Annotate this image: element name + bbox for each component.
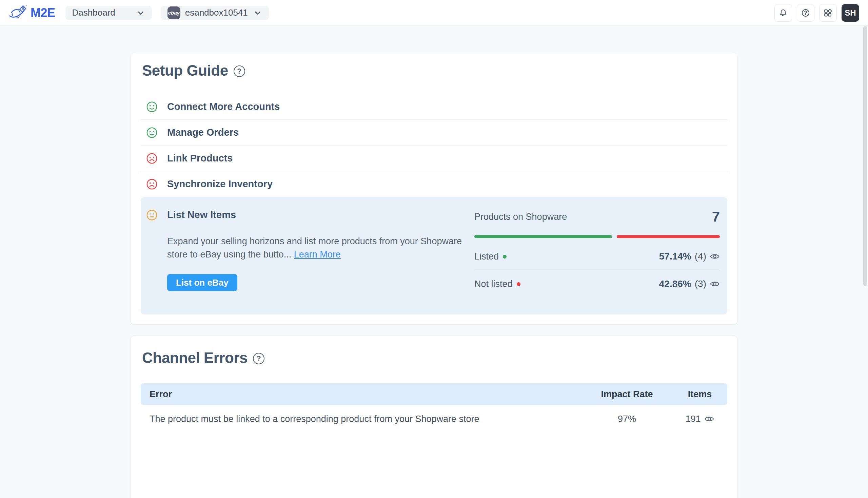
help-circle-icon[interactable]: ? xyxy=(253,353,265,364)
stats-rows: Listed 57.14% (4) xyxy=(475,243,720,298)
channel-errors-card: Channel Errors ? Error Impact Rate Items… xyxy=(130,336,738,498)
chevron-down-icon xyxy=(136,9,145,17)
account-dropdown[interactable]: ebay esandbox10541 xyxy=(161,6,269,20)
neutral-face-icon xyxy=(146,209,158,221)
eye-icon[interactable] xyxy=(704,415,715,423)
not-listed-percent: 42.86% xyxy=(659,278,691,289)
nav-dropdown-value: Dashboard xyxy=(72,8,115,18)
eye-icon[interactable] xyxy=(710,252,720,261)
active-step-title: List New Items xyxy=(167,209,472,221)
sad-face-icon xyxy=(146,179,158,190)
help-circle-icon xyxy=(801,8,810,18)
active-step-main: List New Items Expand your selling horiz… xyxy=(146,208,451,298)
stats-header: Products on Shopware 7 xyxy=(475,209,720,225)
error-column-header: Error xyxy=(149,389,573,399)
content-container: Setup Guide ? Connect More Accounts xyxy=(130,53,738,498)
account-dropdown-value: esandbox10541 xyxy=(185,8,248,18)
errors-table-header: Error Impact Rate Items xyxy=(141,383,727,405)
eye-icon[interactable] xyxy=(710,280,720,288)
not-listed-bar-segment xyxy=(617,235,720,238)
top-bar: M2E Dashboard ebay esandbox10541 xyxy=(0,0,868,26)
top-bar-actions: SH xyxy=(774,4,859,22)
setup-step-list-new-items: List New Items Expand your selling horiz… xyxy=(141,197,727,314)
happy-face-icon xyxy=(146,127,158,139)
products-total: 7 xyxy=(712,209,720,225)
step-label: Manage Orders xyxy=(167,127,239,138)
logo-text: M2E xyxy=(30,6,55,20)
sad-face-icon xyxy=(146,153,158,164)
not-listed-stat-row: Not listed 42.86% (3) xyxy=(475,270,720,298)
active-step-description: Expand your selling horizons and list mo… xyxy=(167,235,472,261)
green-dot-icon xyxy=(503,255,507,259)
m2e-logo[interactable]: M2E xyxy=(9,5,55,21)
listed-stat-row: Listed 57.14% (4) xyxy=(475,243,720,270)
active-step-body: List New Items Expand your selling horiz… xyxy=(167,208,472,298)
setup-guide-header: Setup Guide ? xyxy=(142,62,727,79)
items-count: 191 xyxy=(685,414,700,424)
listed-label-group: Listed xyxy=(475,251,507,262)
listed-ratio-bar xyxy=(475,235,720,238)
learn-more-link[interactable]: Learn More xyxy=(294,249,341,260)
help-button[interactable] xyxy=(797,4,814,22)
listed-bar-segment xyxy=(475,235,612,238)
items-column-header: Items xyxy=(681,389,719,399)
listed-count: (4) xyxy=(695,251,706,262)
user-avatar[interactable]: SH xyxy=(842,4,859,22)
main-content: Setup Guide ? Connect More Accounts xyxy=(0,26,868,498)
setup-step-synchronize-inventory[interactable]: Synchronize Inventory xyxy=(141,171,727,197)
setup-step-manage-orders[interactable]: Manage Orders xyxy=(141,120,727,145)
error-message: The product must be linked to a correspo… xyxy=(149,414,573,424)
not-listed-label: Not listed xyxy=(475,279,513,289)
listed-percent: 57.14% xyxy=(659,251,691,262)
red-dot-icon xyxy=(517,282,520,286)
step-label: Connect More Accounts xyxy=(167,101,280,112)
rocket-planet-logo-icon xyxy=(9,5,28,21)
scrollbar[interactable] xyxy=(863,26,867,286)
channel-errors-header: Channel Errors ? xyxy=(142,350,727,366)
stats-label: Products on Shopware xyxy=(475,212,567,222)
setup-guide-title: Setup Guide xyxy=(142,62,228,79)
happy-face-icon xyxy=(146,101,158,113)
listed-label: Listed xyxy=(475,251,499,262)
impact-rate-column-header: Impact Rate xyxy=(573,389,681,399)
list-on-ebay-button[interactable]: List on eBay xyxy=(167,274,237,291)
listed-value-group: 57.14% (4) xyxy=(659,251,720,262)
chevron-down-icon xyxy=(253,9,262,17)
not-listed-label-group: Not listed xyxy=(475,279,520,289)
ebay-badge-icon: ebay xyxy=(168,6,181,19)
channel-errors-title: Channel Errors xyxy=(142,350,248,366)
step-label: Link Products xyxy=(167,153,232,164)
notifications-button[interactable] xyxy=(774,4,792,22)
not-listed-value-group: 42.86% (3) xyxy=(659,278,720,289)
help-circle-icon[interactable]: ? xyxy=(233,65,245,77)
bell-icon xyxy=(778,8,788,18)
step-label: Synchronize Inventory xyxy=(167,179,272,189)
items-cell: 191 xyxy=(681,414,719,424)
nav-dropdown[interactable]: Dashboard xyxy=(65,6,152,20)
error-table-row: The product must be linked to a correspo… xyxy=(141,405,727,433)
not-listed-count: (3) xyxy=(695,278,706,289)
apps-grid-icon xyxy=(823,8,833,18)
setup-step-connect-accounts[interactable]: Connect More Accounts xyxy=(141,94,727,120)
products-stats-panel: Products on Shopware 7 Listed xyxy=(475,208,720,298)
impact-rate-value: 97% xyxy=(573,414,681,424)
setup-step-link-products[interactable]: Link Products xyxy=(141,145,727,171)
setup-guide-card: Setup Guide ? Connect More Accounts xyxy=(130,53,738,325)
apps-button[interactable] xyxy=(819,4,837,22)
